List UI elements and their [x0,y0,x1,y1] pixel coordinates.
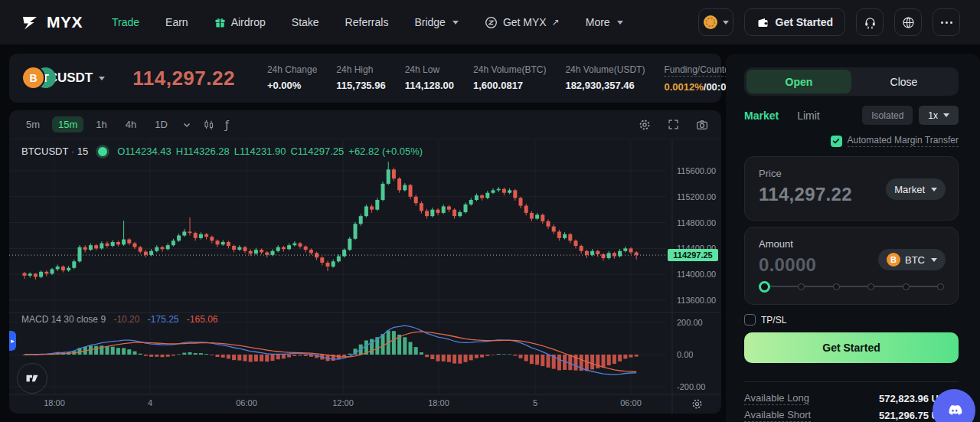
time-axis-label: 18:00 [44,398,65,407]
price-mode-dropdown[interactable]: Market [886,178,946,200]
more-menu-button[interactable] [933,8,960,36]
tab-open[interactable]: Open [746,70,851,93]
get-started-cta[interactable]: Get Started [744,332,959,363]
time-axis-label: 4 [148,398,152,407]
tradingview-logo[interactable] [17,363,47,394]
nav-links: Trade Earn Airdrop Stake Referrals Bridg… [112,16,623,29]
nav-item-earn[interactable]: Earn [165,16,188,28]
support-button[interactable] [856,8,884,36]
gift-icon [214,17,226,28]
slider-handle[interactable] [759,281,770,293]
price-axis-label: 114000.00 [677,270,716,279]
macd-axis-label: 0.00 [677,350,693,359]
time-axis-label: 12:00 [332,398,354,407]
timeframe-15m[interactable]: 15m [52,116,83,132]
chevron-down-icon [931,188,937,191]
chart-toolbar: 5m 15m 1h 4h 1D ƒ [9,110,721,139]
time-axis-label: 18:00 [428,398,449,407]
slider-step[interactable] [903,283,910,290]
myx-logo-icon [20,12,40,32]
tpsl-checkbox[interactable] [744,314,756,325]
time-axis-label: 5 [533,398,537,407]
chart-toolbar-right [636,119,710,131]
current-price-tag: 114297.25 [673,250,712,260]
chevron-down-icon[interactable] [99,77,105,80]
top-nav: MYX Trade Earn Airdrop Stake Referrals [0,0,980,44]
indicators-icon[interactable]: ƒ [223,119,231,131]
market-status-dot[interactable] [98,147,107,156]
timeframe-1d[interactable]: 1D [149,116,174,132]
price-field[interactable]: Price 114,297.22 Market [744,156,959,221]
nav-item-airdrop[interactable]: Airdrop [214,16,266,28]
discord-icon [944,401,964,420]
external-link-icon: ↗ [552,17,560,28]
nav-item-trade[interactable]: Trade [112,16,139,28]
nav-item-get-myx[interactable]: Get MYX ↗ [485,16,560,29]
available-short-label[interactable]: Available Short [744,409,811,422]
slider-step[interactable] [833,283,840,290]
nav-item-bridge[interactable]: Bridge [414,16,458,28]
language-button[interactable] [894,8,922,36]
macd-axis-label: 200.00 [677,318,703,327]
amount-field[interactable]: Amount 0.0000 B BTC [744,227,959,305]
pane-collapse-handle[interactable]: ▸ [9,331,16,351]
available-long-row: Available Long 572,823.96 USDT [744,392,959,405]
nav-item-more[interactable]: More [586,16,623,28]
nav-item-stake[interactable]: Stake [292,16,319,28]
funding-rate: 0.0012% [664,81,703,93]
asset-dropdown[interactable]: B BTC [878,249,946,270]
amount-label: Amount [759,238,944,250]
price-axis-label: 114800.00 [677,218,716,227]
get-started-button[interactable]: Get Started [744,8,845,36]
order-panel: Open Close Market Limit Isolated 1x Auto… [726,54,980,422]
last-price: 114,297.22 [132,67,235,90]
tab-close[interactable]: Close [851,70,956,93]
price-axis-label: 113600.00 [677,296,716,305]
legend-ohlc: O114234.43H114326.28L114231.90C114297.25… [117,146,427,157]
stat-24h-high: 24h High 115,735.96 [336,64,385,93]
stat-24h-low: 24h Low 114,128.00 [405,64,454,93]
macd-axis-label: -200.00 [677,382,705,391]
macd-legend: MACD 14 30 close 9 -10.20 -175.25 -165.0… [21,314,218,325]
btc-coin-icon: B [887,253,900,267]
auto-margin-checkbox[interactable] [831,136,842,147]
support-headset-icon [863,15,877,30]
macd-line-value: -175.25 [148,314,179,325]
chart-legend: BTCUSDT · 15 O114234.43H114326.28L114231… [21,146,427,157]
slider-step[interactable] [867,283,874,290]
snapshot-camera-icon[interactable] [694,119,710,131]
stat-24h-change: 24h Change +0.00% [267,64,317,93]
available-long-label[interactable]: Available Long [744,392,809,405]
time-axis-label: 06:00 [620,398,642,407]
nav-item-referrals[interactable]: Referrals [345,16,389,28]
price-axis-label: 115600.00 [677,166,716,175]
network-selector[interactable] [698,8,733,36]
ellipsis-icon [941,21,952,24]
available-short-row: Available Short 521,296.75 USDT [744,409,959,422]
chart-settings-icon[interactable] [636,119,653,131]
brand-logo[interactable]: MYX [20,12,83,32]
leverage-button[interactable]: 1x [919,106,959,125]
order-type-market[interactable]: Market [744,110,779,122]
price-axis-label: 115200.00 [677,192,716,201]
amount-slider[interactable] [759,280,944,293]
time-axis-settings-icon[interactable] [691,398,703,410]
fullscreen-icon[interactable] [665,119,681,130]
slider-step[interactable] [798,283,805,290]
order-type-limit[interactable]: Limit [797,110,820,122]
divider [744,381,959,382]
timeframe-5m[interactable]: 5m [20,116,46,132]
chevron-down-icon [617,21,623,25]
auto-margin-label[interactable]: Automated Margin Transfer [848,135,959,147]
timeframe-4h[interactable]: 4h [119,116,142,132]
stat-24h-volume-usdt: 24h Volume(USDT) 182,930,357.46 [565,64,645,93]
wallet-icon [756,16,769,29]
timeframe-1h[interactable]: 1h [90,116,113,132]
chart-type-candles-icon[interactable] [200,118,217,131]
nav-right-cluster: Get Started [698,8,960,36]
btc-coin-icon: B [23,67,44,88]
legend-symbol: BTCUSDT · 15 [21,146,88,157]
slider-step[interactable] [937,283,944,290]
margin-mode-button[interactable]: Isolated [862,106,913,125]
timeframe-dropdown-icon[interactable] [180,120,194,129]
